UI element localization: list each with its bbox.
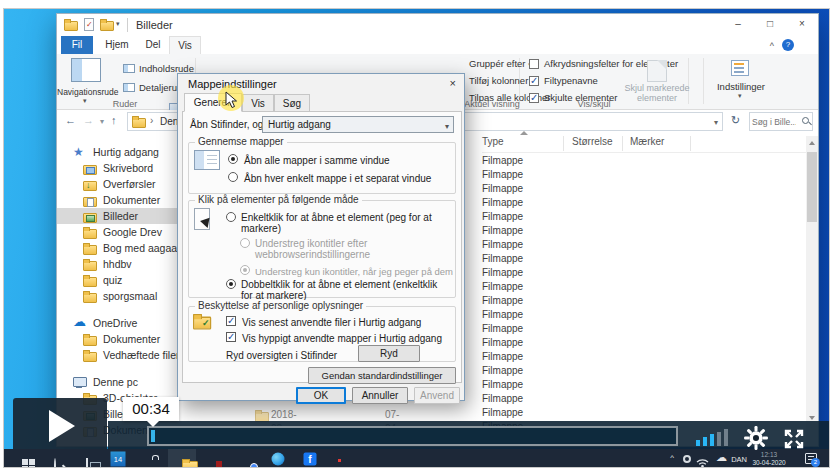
column-header-size[interactable]: Størrelse (572, 136, 613, 147)
search-input[interactable] (752, 114, 796, 129)
navigation-pane-icon[interactable] (71, 58, 101, 82)
file-row[interactable]: Filmappe (482, 378, 804, 392)
radio-same-window-label[interactable]: Åbn alle mapper i samme vindue (244, 155, 444, 166)
help-icon[interactable] (782, 39, 794, 51)
close-button[interactable]: × (786, 14, 818, 36)
dialog-tab-soeg[interactable]: Søg (274, 94, 310, 112)
window-controls: – □ × (722, 14, 818, 36)
seek-bar-position[interactable] (151, 430, 155, 442)
collapse-ribbon-icon[interactable] (770, 41, 774, 51)
chrome-button[interactable] (232, 449, 260, 468)
file-row[interactable]: Filmappe (482, 224, 804, 238)
cancel-button[interactable]: Annuller (352, 387, 408, 404)
quick-access-caret-icon[interactable] (116, 20, 120, 28)
add-columns-button[interactable]: Tilføj kolonner ▾ (469, 75, 534, 86)
dialog-close-icon[interactable]: × (450, 77, 456, 89)
facebook-button[interactable]: f (296, 449, 324, 468)
file-row[interactable]: Filmappe (482, 238, 804, 252)
open-explorer-select[interactable]: Hurtig adgang (262, 116, 454, 133)
file-row[interactable]: Filmappe (482, 294, 804, 308)
column-header-tags[interactable]: Mærker (630, 136, 664, 147)
seek-bar[interactable] (147, 426, 678, 446)
address-dropdown-caret-icon[interactable]: ▾ (714, 118, 718, 127)
scrollbar-thumb[interactable] (807, 152, 817, 222)
taskbar-search-button[interactable] (40, 449, 68, 468)
file-row[interactable]: Filmappe (482, 210, 804, 224)
forward-button[interactable]: → (83, 114, 94, 126)
wifi-icon[interactable] (696, 454, 709, 468)
radio-double-click[interactable] (226, 279, 236, 289)
scroll-down-icon[interactable] (809, 416, 815, 420)
radio-separate-window[interactable] (228, 172, 238, 182)
scroll-up-icon[interactable] (809, 141, 815, 145)
file-row[interactable]: Filmappe (482, 350, 804, 364)
ok-button[interactable]: OK (296, 387, 346, 404)
checkbox-recent-files-label[interactable]: Vis senest anvendte filer i Hurtig adgan… (242, 317, 452, 328)
minimize-button[interactable]: – (722, 14, 754, 36)
file-row[interactable]: Filmappe (482, 406, 804, 420)
options-caret-icon[interactable] (738, 92, 742, 100)
action-center-icon[interactable]: 2 (805, 453, 817, 464)
navigation-pane-button[interactable]: Navigationsrude (57, 87, 117, 97)
file-row[interactable]: Filmappe (482, 154, 804, 168)
column-divider[interactable] (563, 136, 564, 151)
storage-app-button[interactable] (328, 449, 356, 468)
maximize-button[interactable]: □ (754, 14, 786, 36)
radio-single-click-label[interactable]: Enkeltklik for at åbne et element (peg f… (241, 212, 441, 234)
checkbox-frequent-folders[interactable] (226, 332, 236, 342)
radio-separate-window-label[interactable]: Åbn hver enkelt mappe i et separat vindu… (244, 173, 454, 184)
start-button[interactable] (8, 449, 36, 468)
file-row[interactable]: Filmappe (482, 182, 804, 196)
tab-hjem[interactable]: Hjem (99, 36, 135, 54)
checkbox-file-extensions[interactable]: Filtypenavne (529, 75, 598, 87)
file-row[interactable]: Filmappe (482, 322, 804, 336)
task-view-button[interactable] (72, 449, 100, 468)
fullscreen-icon[interactable] (782, 427, 806, 455)
hidden-icons-chevron-icon[interactable]: ^ (670, 453, 674, 462)
checkbox-recent-files[interactable] (226, 316, 236, 326)
screen-recording-frame[interactable]: Billeder – □ × Fil Hjem Del Vis Navigati… (3, 8, 830, 468)
file-row[interactable]: Filmappe (482, 308, 804, 322)
recent-locations-caret-icon[interactable]: ▾ (100, 117, 104, 126)
settings-gear-icon[interactable] (743, 425, 769, 455)
radio-single-click[interactable] (226, 212, 236, 222)
file-row[interactable]: Filmappe (482, 266, 804, 280)
edge-button[interactable] (264, 449, 292, 468)
onedrive-cloud-icon[interactable]: ☁ (716, 451, 727, 464)
file-row[interactable]: Filmappe (482, 364, 804, 378)
column-divider[interactable] (690, 136, 691, 151)
clear-button[interactable]: Ryd (358, 345, 420, 362)
radio-same-window[interactable] (228, 154, 238, 164)
file-explorer-button[interactable] (168, 449, 196, 468)
checkbox-frequent-folders-label[interactable]: Vis hyppigt anvendte mapper i Hurtig adg… (242, 333, 452, 344)
group-by-button[interactable]: Gruppér efter ▾ (469, 58, 532, 69)
language-indicator[interactable]: DAN (731, 455, 747, 464)
new-folder-icon[interactable] (100, 19, 113, 30)
column-divider[interactable] (622, 136, 623, 151)
up-button[interactable]: ↑ (111, 114, 117, 126)
tab-vis[interactable]: Vis (169, 36, 201, 54)
restore-defaults-button[interactable]: Gendan standardindstillinger (308, 367, 456, 384)
column-header-type[interactable]: Type (482, 136, 504, 147)
tray-app-icon[interactable] (683, 455, 691, 463)
file-row[interactable]: Filmappe (482, 196, 804, 210)
refresh-button[interactable]: ↻ (731, 114, 740, 127)
file-row[interactable]: Filmappe (482, 280, 804, 294)
options-button[interactable]: Indstillinger (713, 81, 769, 92)
file-row[interactable]: Filmappe (482, 168, 804, 182)
store-app-button[interactable] (136, 449, 164, 468)
back-button[interactable]: ← (65, 114, 76, 126)
file-row[interactable]: Filmappe (482, 252, 804, 266)
file-row[interactable]: Filmappe (482, 336, 804, 350)
red-app-button[interactable] (200, 449, 228, 468)
file-row[interactable]: Filmappe (482, 392, 804, 406)
properties-icon[interactable] (84, 18, 94, 31)
calendar-app-button[interactable]: 14 (104, 449, 132, 468)
tab-fil[interactable]: Fil (61, 36, 93, 54)
tab-del[interactable]: Del (139, 36, 167, 54)
volume-icon[interactable] (696, 429, 736, 446)
radio-double-click-label[interactable]: Dobbeltklik for at åbne et element (enke… (241, 279, 446, 301)
search-box[interactable] (749, 112, 813, 131)
scrollbar[interactable] (806, 136, 818, 446)
play-button[interactable] (13, 398, 107, 453)
